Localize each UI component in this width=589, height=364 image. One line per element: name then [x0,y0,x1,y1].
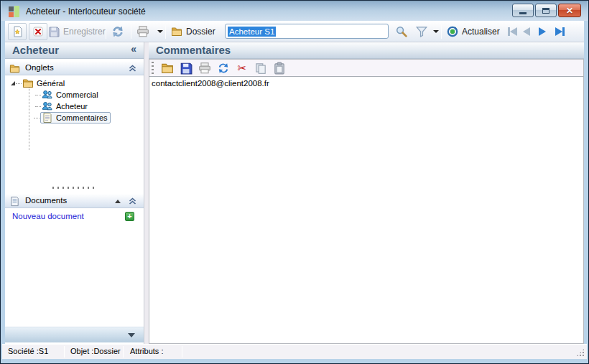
search-input[interactable]: Acheteur S1 [225,24,389,39]
print-button[interactable] [136,23,149,40]
actualiser-label: Actualiser [462,27,500,37]
sidebar: Acheteur « Onglets Général [5,42,144,344]
enregistrer-label: Enregistrer [63,27,106,37]
refresh-button[interactable] [214,60,233,75]
new-button[interactable] [8,23,27,40]
title-bar: Acheteur - Interlocuteur société ✕ [1,1,588,21]
tree-expander-icon[interactable] [10,80,16,86]
tree-item-label: Général [37,79,65,88]
sort-up-icon[interactable] [115,200,121,203]
close-button[interactable]: ✕ [558,4,581,17]
new-document-star-icon [11,26,23,37]
delete-icon [32,26,44,37]
sidebar-bottom-expander[interactable] [5,327,144,342]
sidebar-splitter-handle[interactable] [5,185,144,190]
print-icon [136,25,149,38]
save-icon [180,62,193,75]
note-icon [42,112,53,123]
app-window: Acheteur - Interlocuteur société ✕ Enreg… [0,0,589,364]
group-header-onglets[interactable]: Onglets [5,60,144,75]
previous-record-icon [523,27,530,36]
new-document-link[interactable]: Nouveau document [12,212,84,220]
main-toolbar: Enregistrer Dossier Acheteur S1 Actualis [5,21,584,42]
main-panel-title: Commentaires [156,44,231,56]
folder-icon [9,63,20,74]
paste-icon [273,62,286,75]
people-icon [42,101,53,112]
tree-item-general[interactable]: Général [10,78,65,89]
nav-first-button[interactable] [508,26,519,37]
refresh-button[interactable] [111,23,124,40]
tree-item-commentaires[interactable]: Commentaires [34,112,111,123]
copy-button[interactable] [251,60,270,75]
nav-previous-button[interactable] [523,26,534,37]
cut-icon: ✂ [238,62,247,73]
minimize-icon [519,12,527,14]
filter-dropdown-arrow[interactable] [433,30,439,33]
resize-grip[interactable] [576,348,585,357]
next-record-icon [539,27,546,36]
maximize-icon [542,8,549,14]
enregistrer-button[interactable]: Enregistrer [48,23,106,40]
refresh-icon [217,62,230,75]
dossier-label: Dossier [186,27,215,37]
tree-item-acheteur[interactable]: Acheteur [35,101,88,112]
tree-item-label: Commercial [56,90,98,99]
delete-button[interactable] [29,23,47,40]
toolbar-separator [131,24,131,39]
search-button[interactable] [395,23,408,40]
tree-item-commercial[interactable]: Commercial [35,89,98,101]
status-objet: Objet :Dossier [70,347,121,355]
status-bar: Société :S1 Objet :Dossier Attributs : [2,344,587,359]
status-societe: Société :S1 [8,347,48,355]
add-document-button[interactable]: + [125,212,134,221]
onglets-tree: Général Commercial Acheteur Comment [5,75,144,169]
chevron-double-up-icon[interactable] [129,197,136,205]
cut-button[interactable]: ✂ [233,60,251,75]
status-separator [123,346,124,358]
status-separator [64,346,65,358]
search-input-selected-text: Acheteur S1 [228,27,276,37]
actualiser-button[interactable]: Actualiser [447,23,500,40]
filter-button[interactable] [415,23,428,40]
nav-next-button[interactable] [539,26,550,37]
chevron-down-icon [128,333,135,337]
save-icon [48,26,60,37]
folder-icon [161,62,174,75]
main-panel-header: Commentaires [149,42,584,59]
folder-icon [22,78,34,89]
window-body: Acheteur « Onglets Général [5,42,584,344]
print-icon [198,62,211,75]
status-attributs: Attributs : [130,347,163,355]
sidebar-collapse-chevron-icon[interactable]: « [131,43,136,55]
save-button[interactable] [177,60,195,75]
comments-content[interactable]: contactclient2008@client2008.fr [149,77,584,344]
people-icon [42,89,53,101]
search-icon [395,25,408,38]
nav-last-button[interactable] [555,26,567,37]
tree-item-label: Commentaires [56,113,108,122]
sidebar-header: Acheteur « [5,42,144,59]
minimize-button[interactable] [512,4,534,17]
selected-tree-item[interactable]: Commentaires [40,112,111,123]
document-icon [9,196,20,207]
print-button[interactable] [195,60,214,75]
main-panel: Commentaires ✂ [149,42,584,344]
actualiser-icon [447,26,458,37]
tree-item-label: Acheteur [56,102,88,111]
refresh-icon [111,25,124,38]
maximize-button[interactable] [535,4,557,17]
window-controls: ✕ [512,4,581,17]
paste-button[interactable] [270,60,289,75]
group-header-documents[interactable]: Documents [5,193,144,208]
new-document-row: Nouveau document + [5,210,144,223]
sidebar-title: Acheteur [12,44,59,56]
comments-toolbar: ✂ [149,59,584,77]
dossier-button[interactable]: Dossier [171,23,215,40]
filter-icon [415,25,428,38]
open-folder-button[interactable] [158,60,177,75]
window-title: Acheteur - Interlocuteur société [26,2,146,21]
toolbar-grip-handle[interactable] [152,62,154,75]
print-dropdown-arrow[interactable] [157,30,163,33]
chevron-double-up-icon[interactable] [129,65,136,73]
